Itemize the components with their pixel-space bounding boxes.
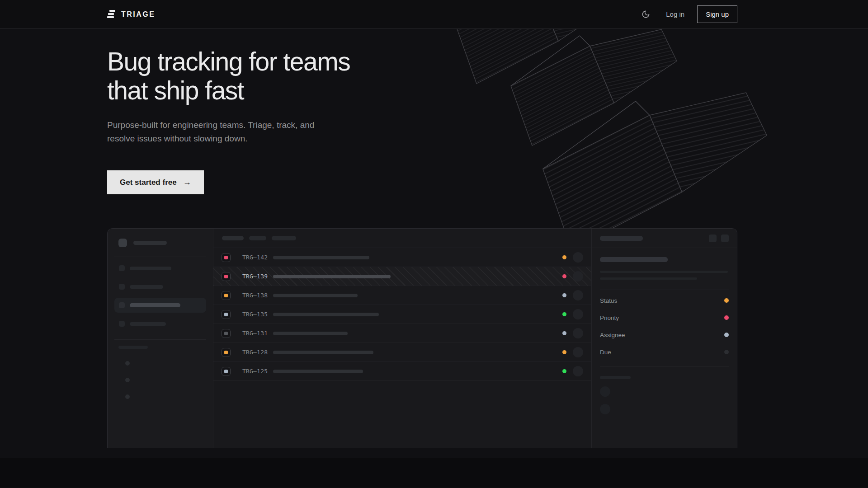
tab-skeleton[interactable] xyxy=(249,236,266,240)
status-dot xyxy=(562,293,566,297)
assignee-avatar[interactable] xyxy=(573,347,583,357)
detail-title-skeleton xyxy=(600,236,643,241)
hero-title-line2: that ship fast xyxy=(107,76,244,105)
issue-row[interactable]: TRG–142 xyxy=(213,248,591,267)
sidebar-bullet xyxy=(125,378,130,382)
panel-action-button[interactable] xyxy=(721,235,729,242)
status-dot xyxy=(562,274,566,278)
issue-title-skeleton xyxy=(273,332,348,335)
assignee-avatar[interactable] xyxy=(573,290,583,300)
tab-skeleton[interactable] xyxy=(272,236,296,240)
sidebar-item-icon xyxy=(119,302,125,308)
workspace-switcher[interactable] xyxy=(114,229,206,247)
issue-row[interactable]: TRG–131 xyxy=(213,324,591,343)
issue-title-skeleton xyxy=(273,294,358,297)
issue-list-panel: TRG–142 TRG–139 TRG–138 TRG–135 xyxy=(213,229,591,448)
issue-title-skeleton xyxy=(273,370,363,373)
detail-fields: Status Priority Assignee Due xyxy=(600,292,729,361)
brand-name: TRIAGE xyxy=(121,10,155,19)
issue-id: TRG–139 xyxy=(242,273,272,280)
issue-type-icon xyxy=(222,329,231,338)
issue-row[interactable]: TRG–125 xyxy=(213,362,591,381)
issue-rows: TRG–142 TRG–139 TRG–138 TRG–135 xyxy=(213,248,591,381)
sidebar-bullet xyxy=(125,394,130,399)
tab-skeleton[interactable] xyxy=(222,236,244,240)
sidebar-item[interactable] xyxy=(114,261,206,276)
section-label-skeleton xyxy=(118,346,148,349)
get-started-label: Get started free xyxy=(120,178,177,187)
status-dot xyxy=(562,255,566,259)
detail-panel: Status Priority Assignee Due xyxy=(591,229,737,448)
sidebar-bullet xyxy=(125,361,130,366)
sidebar-item-skeleton xyxy=(130,267,171,270)
assignee-avatar[interactable] xyxy=(573,366,583,376)
assignee-avatar[interactable] xyxy=(573,328,583,338)
issue-row[interactable]: TRG–128 xyxy=(213,343,591,362)
issue-id: TRG–138 xyxy=(242,292,272,299)
issue-type-icon xyxy=(222,253,231,262)
issue-id: TRG–128 xyxy=(242,349,272,356)
issue-title-skeleton xyxy=(273,275,391,278)
assignee-avatar[interactable] xyxy=(573,252,583,263)
avatar xyxy=(600,404,610,414)
detail-field[interactable]: Assignee xyxy=(600,326,729,343)
navbar: TRIAGE Log in Sign up xyxy=(0,0,868,29)
issue-row[interactable]: TRG–135 xyxy=(213,305,591,324)
status-dot xyxy=(562,350,566,354)
theme-toggle-button[interactable] xyxy=(638,7,653,22)
issue-id: TRG–142 xyxy=(242,254,272,261)
issue-title-skeleton xyxy=(273,256,369,259)
workspace-name-skeleton xyxy=(133,241,167,245)
divider xyxy=(114,257,206,257)
issue-title-skeleton xyxy=(273,313,379,316)
list-header xyxy=(213,229,591,248)
sidebar-item-icon xyxy=(119,265,125,271)
issue-id: TRG–131 xyxy=(242,330,272,337)
issue-type-icon xyxy=(222,272,231,281)
sidebar-item-icon xyxy=(119,284,125,290)
detail-header xyxy=(592,229,737,248)
sidebar-item-icon xyxy=(119,321,125,327)
issue-id: TRG–135 xyxy=(242,311,272,318)
assignee-avatar[interactable] xyxy=(573,309,583,319)
hero-subtitle: Purpose-built for engineering teams. Tri… xyxy=(107,118,324,145)
field-label: Due xyxy=(600,349,611,356)
hero-title: Bug tracking for teams that ship fast xyxy=(107,47,737,105)
sidebar-item[interactable] xyxy=(114,279,206,294)
divider xyxy=(600,366,729,366)
sidebar-item-active[interactable] xyxy=(114,298,206,313)
issue-type-icon xyxy=(222,348,231,357)
status-dot xyxy=(562,312,566,316)
signup-button[interactable]: Sign up xyxy=(697,5,737,23)
field-value-dot xyxy=(724,315,729,320)
issue-type-icon xyxy=(222,291,231,300)
activity-label-skeleton xyxy=(600,376,631,379)
assignee-avatar[interactable] xyxy=(573,271,583,282)
sidebar-item[interactable] xyxy=(114,316,206,331)
field-label: Priority xyxy=(600,314,619,321)
issue-type-icon xyxy=(222,367,231,376)
sidebar-item-skeleton xyxy=(130,303,180,307)
description-skeleton xyxy=(600,277,697,280)
detail-field[interactable]: Priority xyxy=(600,309,729,326)
get-started-button[interactable]: Get started free → xyxy=(107,170,204,194)
issue-row[interactable]: TRG–139 xyxy=(213,267,591,286)
sidebar-item-skeleton xyxy=(130,285,163,289)
panel-action-button[interactable] xyxy=(709,235,717,242)
field-value-dot xyxy=(724,298,729,303)
avatar xyxy=(600,386,610,397)
brand[interactable]: TRIAGE xyxy=(107,10,155,19)
issue-title-skeleton xyxy=(600,257,668,262)
issue-row[interactable]: TRG–138 xyxy=(213,286,591,305)
triage-logo-icon xyxy=(107,10,116,19)
nav-actions: Log in Sign up xyxy=(638,5,737,23)
workspace-icon xyxy=(118,239,127,247)
field-value-dot xyxy=(724,350,729,354)
description-skeleton xyxy=(600,271,728,273)
detail-field[interactable]: Status xyxy=(600,292,729,309)
divider xyxy=(600,290,729,290)
arrow-right-icon: → xyxy=(183,178,191,187)
detail-field[interactable]: Due xyxy=(600,343,729,361)
login-link[interactable]: Log in xyxy=(666,10,684,18)
issue-id: TRG–125 xyxy=(242,368,272,375)
